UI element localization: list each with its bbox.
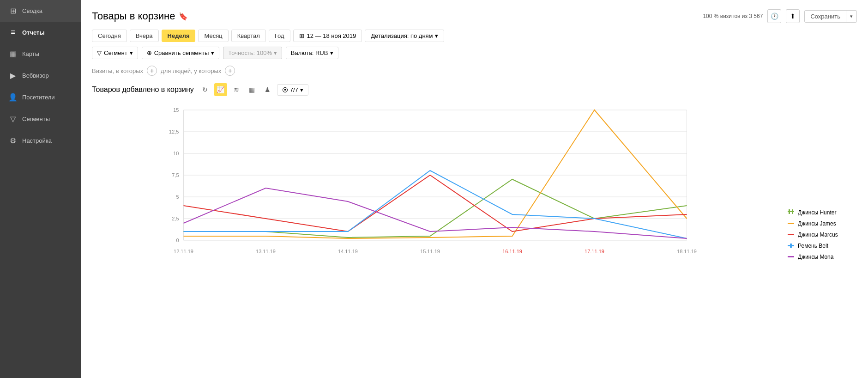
svg-text:15: 15 bbox=[173, 107, 179, 113]
svg-text:0: 0 bbox=[176, 238, 179, 243]
svg-rect-27 bbox=[788, 234, 794, 235]
segment-dropdown-icon: ▾ bbox=[130, 49, 133, 56]
calendar-icon: ⊞ bbox=[299, 32, 304, 39]
detail-label: Детализация: по дням bbox=[371, 32, 433, 39]
header-right: 100 % визитов из 3 567 🕐 ⬆ Сохранить ▾ bbox=[703, 9, 857, 23]
chart-legend: Джинсы Hunter Джинсы James Джинсы Marcus bbox=[783, 101, 857, 369]
page-title-area: Товары в корзине 🔖 bbox=[92, 10, 188, 22]
svg-rect-25 bbox=[792, 209, 793, 214]
line-chart-button[interactable]: 📈 bbox=[214, 83, 227, 96]
bar-chart-button[interactable]: ▦ bbox=[246, 83, 259, 96]
legend-item-hunter[interactable]: Джинсы Hunter bbox=[788, 209, 857, 216]
svg-text:18.11.19: 18.11.19 bbox=[677, 249, 697, 254]
segment-filter-button[interactable]: ▽ Сегмент ▾ bbox=[92, 47, 138, 59]
sidebar-item-nastroika[interactable]: ⚙ Настройка bbox=[0, 130, 81, 152]
legend-color-james bbox=[788, 220, 794, 227]
date-tab-today[interactable]: Сегодня bbox=[92, 30, 127, 42]
svg-text:5: 5 bbox=[176, 194, 179, 200]
svodka-icon: ⊞ bbox=[8, 6, 18, 15]
legend-color-belt bbox=[788, 243, 794, 249]
svg-rect-29 bbox=[790, 244, 792, 248]
legend-item-marcus[interactable]: Джинсы Marcus bbox=[788, 232, 857, 238]
sidebar-item-karty[interactable]: ▦ Карты bbox=[0, 43, 81, 65]
sidebar-item-label: Вебвизор bbox=[22, 72, 49, 79]
svg-text:15.11.19: 15.11.19 bbox=[420, 249, 440, 254]
chart-svg: 15 12,5 10 7,5 5 2,5 0 12.11.19 13.11.19… bbox=[92, 101, 774, 295]
legend-label-hunter: Джинсы Hunter bbox=[798, 209, 836, 216]
date-tab-year[interactable]: Год bbox=[269, 30, 290, 42]
svg-rect-26 bbox=[788, 223, 794, 224]
page-title: Товары в корзине bbox=[92, 10, 175, 22]
compare-icon: ⊕ bbox=[147, 49, 152, 56]
accuracy-label: Точность: 100% bbox=[228, 49, 272, 56]
add-visit-condition-button[interactable]: + bbox=[147, 66, 157, 76]
svg-text:16.11.19: 16.11.19 bbox=[502, 249, 522, 254]
sidebar-item-label: Посетители bbox=[22, 94, 55, 101]
save-label: Сохранить bbox=[805, 11, 846, 22]
date-tab-week[interactable]: Неделя bbox=[162, 30, 196, 42]
accuracy-dropdown-icon: ▾ bbox=[274, 49, 277, 56]
metrics-icon: ⦿ bbox=[282, 86, 288, 93]
currency-button[interactable]: Валюта: RUB ▾ bbox=[286, 47, 339, 59]
save-dropdown-arrow[interactable]: ▾ bbox=[846, 11, 856, 22]
date-tab-yesterday[interactable]: Вчера bbox=[130, 30, 159, 42]
date-range-label: 12 — 18 ноя 2019 bbox=[307, 32, 356, 39]
date-tab-month[interactable]: Месяц bbox=[198, 30, 228, 42]
sidebar-item-label: Сводка bbox=[22, 7, 42, 14]
main-content: Товары в корзине 🔖 100 % визитов из 3 56… bbox=[81, 0, 868, 378]
metrics-label: 7/7 bbox=[290, 86, 298, 93]
history-button[interactable]: 🕐 bbox=[767, 9, 781, 23]
chart-container: 15 12,5 10 7,5 5 2,5 0 12.11.19 13.11.19… bbox=[92, 101, 857, 369]
compare-button[interactable]: ♟ bbox=[261, 83, 274, 96]
accuracy-button[interactable]: Точность: 100% ▾ bbox=[223, 47, 282, 59]
refresh-button[interactable]: ↻ bbox=[199, 83, 211, 96]
svg-rect-30 bbox=[788, 256, 794, 257]
compare-label: Сравнить сегменты bbox=[154, 49, 209, 56]
metrics-button[interactable]: ⦿ 7/7 ▾ bbox=[277, 84, 308, 96]
legend-label-belt: Ремень Belt bbox=[798, 243, 828, 249]
sidebar-item-svodka[interactable]: ⊞ Сводка bbox=[0, 0, 81, 22]
posetiteli-icon: 👤 bbox=[8, 93, 18, 102]
sidebar-item-otchety[interactable]: ≡ Отчеты bbox=[0, 22, 81, 43]
sidebar-item-label: Отчеты bbox=[22, 29, 45, 36]
add-people-condition-button[interactable]: + bbox=[225, 66, 235, 76]
karty-icon: ▦ bbox=[8, 49, 18, 58]
legend-color-mona bbox=[788, 254, 794, 260]
bookmark-icon[interactable]: 🔖 bbox=[179, 12, 188, 21]
visits-count: 100 % визитов из 3 567 bbox=[703, 13, 763, 19]
legend-item-james[interactable]: Джинсы James bbox=[788, 220, 857, 227]
metrics-dropdown-icon: ▾ bbox=[300, 86, 303, 93]
segment-prefix: Визиты, в которых bbox=[92, 67, 143, 74]
sidebar-item-posetiteli[interactable]: 👤 Посетители bbox=[0, 86, 81, 108]
svg-text:7,5: 7,5 bbox=[172, 172, 179, 178]
sidebar-item-label: Сегменты bbox=[22, 116, 50, 122]
smoothed-chart-button[interactable]: ≋ bbox=[230, 83, 243, 96]
segment-row: Визиты, в которых + для людей, у которых… bbox=[92, 66, 857, 76]
svg-text:10: 10 bbox=[173, 151, 179, 156]
segment-middle: для людей, у которых bbox=[161, 67, 221, 74]
svg-text:17.11.19: 17.11.19 bbox=[585, 249, 604, 254]
otchety-icon: ≡ bbox=[8, 28, 18, 37]
header-row: Товары в корзине 🔖 100 % визитов из 3 56… bbox=[92, 9, 857, 23]
sidebar-item-vebvizor[interactable]: ▶ Вебвизор bbox=[0, 65, 81, 86]
nastroika-icon: ⚙ bbox=[8, 136, 18, 145]
detail-button[interactable]: Детализация: по дням ▾ bbox=[365, 30, 444, 42]
save-button[interactable]: Сохранить ▾ bbox=[804, 10, 857, 23]
legend-item-mona[interactable]: Джинсы Mona bbox=[788, 254, 857, 260]
legend-color-marcus bbox=[788, 232, 794, 238]
legend-color-hunter bbox=[788, 209, 794, 216]
chart-header: Товаров добавлено в корзину ↻ 📈 ≋ ▦ ♟ ⦿ … bbox=[92, 83, 857, 96]
compare-segments-button[interactable]: ⊕ Сравнить сегменты ▾ bbox=[142, 47, 220, 59]
chart-tools: ↻ 📈 ≋ ▦ ♟ ⦿ 7/7 ▾ bbox=[199, 83, 308, 96]
sidebar-item-label: Настройка bbox=[22, 137, 52, 144]
export-button[interactable]: ⬆ bbox=[786, 9, 800, 23]
filter-row: ▽ Сегмент ▾ ⊕ Сравнить сегменты ▾ Точнос… bbox=[92, 47, 857, 59]
compare-dropdown-icon: ▾ bbox=[211, 49, 214, 56]
legend-item-belt[interactable]: Ремень Belt bbox=[788, 243, 857, 249]
date-tab-quarter[interactable]: Квартал bbox=[231, 30, 266, 42]
currency-dropdown-icon: ▾ bbox=[330, 49, 333, 56]
sidebar-item-segmenty[interactable]: ▽ Сегменты bbox=[0, 108, 81, 130]
vebvizor-icon: ▶ bbox=[8, 71, 18, 80]
segment-label: Сегмент bbox=[104, 49, 127, 56]
date-range-button[interactable]: ⊞ 12 — 18 ноя 2019 bbox=[293, 30, 362, 42]
